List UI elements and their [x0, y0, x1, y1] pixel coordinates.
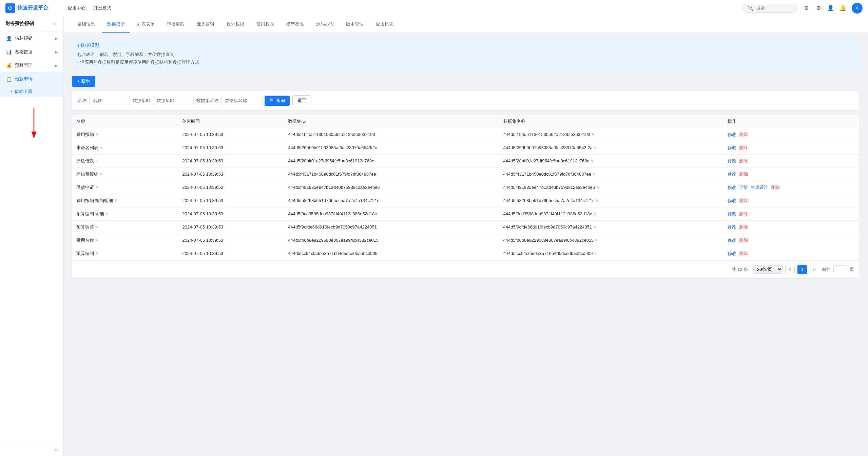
action-修改[interactable]: 修改: [728, 224, 736, 230]
tab-source-mark[interactable]: 源码标识: [311, 16, 339, 33]
table-header-row: 名称 创建时间 数据集ID 数据集名称 操作: [72, 115, 860, 128]
table-container: 名称 创建时间 数据集ID 数据集名称 操作 费用报销 ✎2024-07-05 …: [72, 115, 860, 279]
filter-dataset-id-input[interactable]: [153, 96, 194, 105]
action-修改[interactable]: 修改: [728, 185, 736, 190]
action-删除[interactable]: 删除: [739, 211, 748, 216]
jump-input[interactable]: 1: [833, 265, 847, 273]
cell-dataset-id: 444d5f9cfde66d916fecb9d7050c97a4224351: [284, 220, 499, 234]
tab-approve-flow[interactable]: 审批流程: [161, 16, 190, 33]
sidebar-add-btn[interactable]: +: [51, 20, 58, 27]
edit-dataset-name-icon[interactable]: ✎: [596, 199, 599, 203]
tab-biz-logic[interactable]: 业务逻辑: [191, 16, 220, 33]
cell-created: 2024-07-05 10:39:53: [178, 154, 284, 167]
cell-dataset-name: 444d5fb6b8e9229588e307ea99f6b4382ce015 ✎: [499, 234, 724, 247]
tab-app-log[interactable]: 应用日志: [370, 16, 399, 33]
action-删除[interactable]: 删除: [739, 172, 748, 177]
prev-page-btn[interactable]: <: [785, 265, 795, 274]
sidebar-sub-item-loan-apply[interactable]: 借款申请: [0, 86, 63, 97]
edit-dataset-name-icon[interactable]: ✎: [594, 252, 597, 256]
tab-list-form[interactable]: 列表表单: [132, 16, 160, 33]
edit-dataset-name-icon[interactable]: ✎: [596, 185, 599, 190]
search-icon: 🔍: [748, 5, 753, 11]
sidebar-item-loan-expense[interactable]: 👤 借款报销 ▶: [0, 32, 63, 45]
bell-icon[interactable]: 🔔: [840, 5, 846, 12]
search-input[interactable]: [756, 5, 793, 11]
page-size-select[interactable]: 20条/页 50条/页 100条/页: [753, 265, 783, 274]
action-删除[interactable]: 删除: [739, 198, 748, 203]
action-修改[interactable]: 修改: [728, 158, 736, 163]
tab-model-perm[interactable]: 模型权限: [281, 16, 309, 33]
tab-basic-info[interactable]: 基础信息: [72, 16, 100, 33]
sidebar-item-budget-mgmt[interactable]: 💰 预算管理 ▶: [0, 59, 63, 72]
cell-actions: 修改详情生成设计删除: [724, 181, 860, 194]
col-created-at: 创建时间: [178, 115, 284, 128]
pagination: 共 12 条 20条/页 50条/页 100条/页 < 1 > 前往 1 页: [72, 260, 860, 278]
edit-name-icon[interactable]: ✎: [95, 159, 98, 163]
action-删除[interactable]: 删除: [739, 238, 748, 243]
cell-dataset-name: 444d5f269b0b91b93085af6ac28970a5543f2a ✎: [499, 141, 724, 154]
avatar[interactable]: A: [852, 3, 863, 14]
edit-name-icon[interactable]: ✎: [105, 212, 109, 216]
action-删除[interactable]: 删除: [771, 185, 780, 190]
edit-dataset-name-icon[interactable]: ✎: [595, 238, 598, 242]
edit-dataset-name-icon[interactable]: ✎: [592, 133, 595, 137]
edit-dataset-name-icon[interactable]: ✎: [593, 212, 596, 216]
table-row: 归还借款 ✎2024-07-05 10:39:53444d5f28bff01c2…: [72, 154, 860, 167]
action-修改[interactable]: 修改: [728, 132, 736, 137]
edit-name-icon[interactable]: ✎: [114, 199, 117, 203]
cell-created: 2024-07-05 10:39:53: [178, 247, 284, 260]
action-修改[interactable]: 修改: [728, 145, 736, 150]
next-page-btn[interactable]: >: [810, 265, 819, 274]
filter-name-input[interactable]: [89, 96, 130, 105]
action-详情[interactable]: 详情: [739, 185, 748, 190]
sidebar-item-basic-data[interactable]: 📊 基础数据 ▶: [0, 45, 63, 59]
action-删除[interactable]: 删除: [739, 132, 748, 137]
action-删除[interactable]: 删除: [739, 158, 748, 163]
edit-name-icon[interactable]: ✎: [95, 252, 98, 256]
settings-icon[interactable]: ⚙: [815, 5, 822, 12]
edit-name-icon[interactable]: ✎: [95, 185, 98, 190]
cell-name: 差旅费报销 ✎: [72, 167, 178, 181]
sidebar-item-loan-apply-group[interactable]: 📋 借款申请: [0, 72, 63, 86]
action-修改[interactable]: 修改: [728, 238, 736, 243]
filter-dataset-name-input[interactable]: [221, 96, 262, 105]
cell-dataset-id: 444d5f9cd3598deb937fd4f4112c386e52d18c: [284, 207, 499, 220]
edit-name-icon[interactable]: ✎: [95, 225, 98, 229]
grid-icon[interactable]: ⊞: [803, 5, 810, 12]
search-btn[interactable]: 🔍 查询: [265, 96, 290, 106]
nav-dev-mode[interactable]: 开发模式: [94, 4, 111, 13]
action-生成设计[interactable]: 生成设计: [751, 185, 768, 190]
cell-dataset-id: 444d5f58268b551d76b5ec5a7a2e4a134c721c: [284, 194, 499, 207]
action-修改[interactable]: 修改: [728, 211, 736, 216]
tab-design-perm[interactable]: 设计权限: [221, 16, 250, 33]
edit-dataset-name-icon[interactable]: ✎: [594, 146, 597, 150]
edit-name-icon[interactable]: ✎: [95, 133, 98, 137]
reset-btn[interactable]: 重置: [292, 95, 311, 106]
add-btn[interactable]: + 新增: [72, 76, 95, 87]
edit-name-icon[interactable]: ✎: [95, 238, 98, 242]
action-修改[interactable]: 修改: [728, 198, 736, 203]
nav-app-center[interactable]: 应用中心: [68, 4, 85, 13]
action-删除[interactable]: 删除: [739, 224, 748, 230]
edit-dataset-name-icon[interactable]: ✎: [591, 159, 594, 163]
action-修改[interactable]: 修改: [728, 251, 736, 256]
page-1-btn[interactable]: 1: [797, 265, 807, 274]
pagination-total: 共 12 条: [732, 266, 748, 273]
edit-name-icon[interactable]: ✎: [100, 146, 103, 150]
edit-dataset-name-icon[interactable]: ✎: [593, 225, 596, 229]
cell-name: 费用名称 ✎: [72, 234, 178, 247]
action-修改[interactable]: 修改: [728, 172, 736, 177]
tab-use-perm[interactable]: 使用权限: [251, 16, 279, 33]
search-box[interactable]: 🔍: [743, 4, 797, 13]
table-row: 差旅费报销 ✎2024-07-05 10:39:53444d5f43171b45…: [72, 167, 860, 181]
tab-version-mgmt[interactable]: 版本管理: [341, 16, 369, 33]
tab-data-model[interactable]: 数据模型: [102, 16, 130, 33]
edit-name-icon[interactable]: ✎: [100, 172, 103, 176]
action-删除[interactable]: 删除: [739, 145, 748, 150]
user-settings-icon[interactable]: 👤: [827, 5, 834, 12]
jump-prefix: 前往: [822, 266, 831, 273]
cell-dataset-name: 444d5f1bffd511301530a62a213fbfb3632193 ✎: [499, 128, 724, 141]
sidebar-collapse-btn[interactable]: «: [0, 443, 63, 456]
edit-dataset-name-icon[interactable]: ✎: [593, 172, 596, 176]
action-删除[interactable]: 删除: [739, 251, 748, 256]
